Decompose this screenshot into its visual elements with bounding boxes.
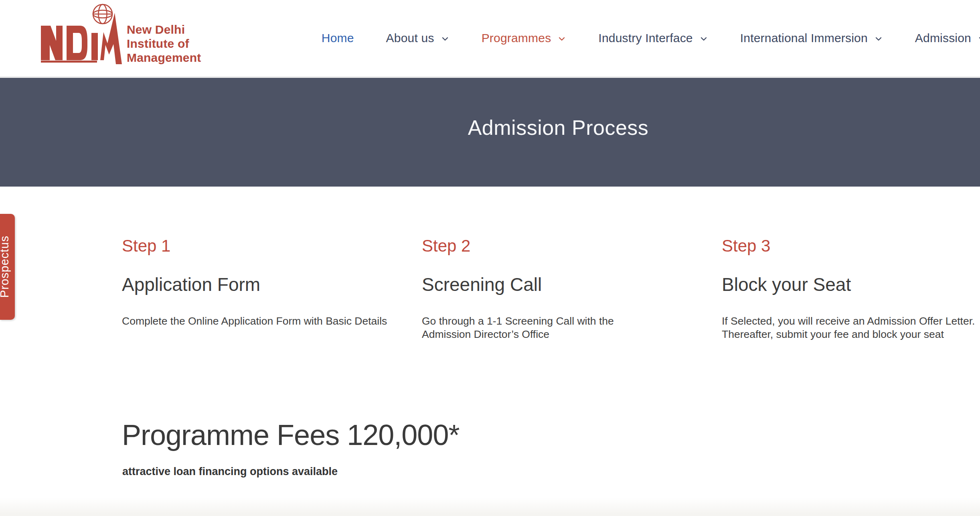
step-2-title: Screening Call (422, 273, 699, 296)
step-1-label: Step 1 (122, 236, 399, 256)
step-2-card: Step 2 Screening Call Go through a 1-1 S… (422, 236, 699, 341)
ndim-logo-mark (40, 3, 125, 67)
step-3-title: Block your Seat (722, 273, 980, 296)
step-1-card: Step 1 Application Form Complete the Onl… (122, 236, 399, 341)
admission-process-banner: Admission Process (0, 78, 980, 187)
chevron-down-icon (874, 35, 883, 43)
prospectus-tab-label: Prospectus (0, 236, 11, 298)
admission-steps: Step 1 Application Form Complete the Onl… (122, 236, 980, 341)
step-1-description: Complete the Online Application Form wit… (122, 315, 399, 328)
chevron-down-icon (978, 35, 980, 43)
step-2-description: Go through a 1-1 Screening Call with the… (422, 315, 662, 341)
nav-label-about-us: About us (386, 31, 434, 45)
chevron-down-icon (441, 35, 450, 43)
next-section-edge (0, 498, 980, 516)
step-3-card: Step 3 Block your Seat If Selected, you … (722, 236, 980, 341)
nav-item-programmes[interactable]: Programmes (482, 31, 567, 45)
chevron-down-icon (557, 35, 566, 43)
header-divider (0, 76, 980, 78)
programme-fees-heading: Programme Fees 120,000* (122, 418, 459, 452)
brand-name-line2: Institute of (127, 37, 201, 51)
ndim-logo[interactable]: New Delhi Institute of Management (40, 3, 289, 67)
step-3-label: Step 3 (722, 236, 980, 256)
nav-label-international-immersion: International Immersion (740, 31, 868, 45)
step-3-description: If Selected, you will receive an Admissi… (722, 315, 978, 341)
page-title: Admission Process (122, 116, 980, 140)
nav-item-home[interactable]: Home (322, 31, 354, 45)
loan-financing-note: attractive loan financing options availa… (122, 465, 338, 478)
main-nav: Home About us Programmes Industry Interf… (322, 0, 980, 76)
site-header: New Delhi Institute of Management Home A… (0, 0, 980, 76)
nav-item-industry-interface[interactable]: Industry Interface (598, 31, 708, 45)
chevron-down-icon (699, 35, 708, 43)
nav-label-programmes: Programmes (482, 31, 551, 45)
page: New Delhi Institute of Management Home A… (0, 0, 980, 516)
nav-item-admission[interactable]: Admission (915, 31, 980, 45)
nav-item-international-immersion[interactable]: International Immersion (740, 31, 883, 45)
step-2-label: Step 2 (422, 236, 699, 256)
brand-name-line1: New Delhi (127, 22, 201, 37)
globe-icon (93, 4, 112, 24)
nav-label-admission: Admission (915, 31, 971, 45)
brand-name: New Delhi Institute of Management (127, 22, 201, 65)
step-1-title: Application Form (122, 273, 399, 296)
prospectus-tab[interactable]: Prospectus (0, 214, 15, 320)
nav-label-home: Home (322, 31, 354, 45)
nav-label-industry-interface: Industry Interface (598, 31, 692, 45)
brand-name-line3: Management (127, 51, 201, 65)
nav-item-about-us[interactable]: About us (386, 31, 450, 45)
